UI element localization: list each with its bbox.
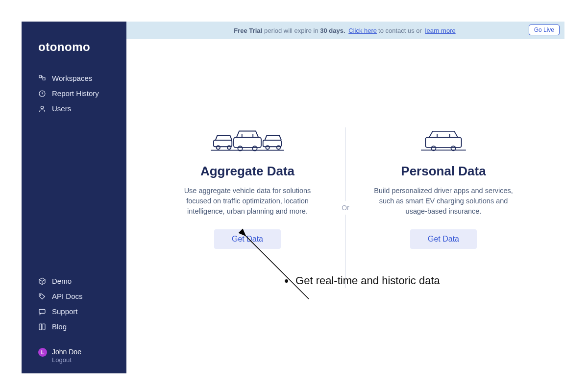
banner-bold: Free Trial: [234, 27, 262, 34]
card-title: Personal Data: [370, 164, 517, 179]
banner-learn-more-link[interactable]: learn more: [425, 27, 456, 34]
sidebar-item-users[interactable]: Users: [22, 101, 126, 116]
sidebar-item-report-history[interactable]: Report History: [22, 86, 126, 101]
sidebar-item-label: Workspaces: [52, 74, 92, 82]
sidebar-item-support[interactable]: Support: [22, 304, 126, 319]
sidebar: otonomo Workspaces Report History Users: [22, 22, 126, 373]
cube-icon: [38, 277, 46, 285]
svg-rect-1: [43, 77, 45, 80]
divider-line: [345, 127, 346, 201]
sidebar-item-demo[interactable]: Demo: [22, 273, 126, 289]
tag-icon: [38, 293, 46, 300]
card-aggregate: Aggregate Data Use aggregate vehicle dat…: [164, 127, 331, 249]
book-icon: [38, 323, 46, 331]
banner-click-here-link[interactable]: Click here: [348, 27, 377, 34]
sidebar-item-label: Demo: [52, 277, 72, 285]
sidebar-item-label: Users: [52, 104, 71, 113]
banner-text: period will expire in: [264, 27, 318, 34]
sidebar-item-label: Support: [52, 307, 78, 316]
sidebar-item-label: API Docs: [52, 292, 83, 300]
avatar: L: [38, 348, 47, 357]
main-panel: Free Trial period will expire in 30 days…: [126, 22, 564, 373]
workspaces-icon: [38, 74, 46, 82]
logout-link[interactable]: Logout: [52, 356, 81, 364]
get-data-personal-button[interactable]: Get Data: [410, 229, 477, 249]
sidebar-item-workspaces[interactable]: Workspaces: [22, 71, 126, 86]
history-icon: [38, 90, 46, 98]
card-personal: Personal Data Build personalized driver …: [360, 127, 527, 249]
brand-logo: otonomo: [22, 40, 126, 54]
cards-divider: Or: [331, 127, 360, 288]
trial-banner: Free Trial period will expire in 30 days…: [126, 22, 564, 39]
nav-secondary: Demo API Docs Support Blog: [22, 273, 126, 334]
sidebar-item-label: Blog: [52, 322, 67, 331]
car-single-icon: [407, 127, 480, 155]
sidebar-item-label: Report History: [52, 89, 99, 98]
card-title: Aggregate Data: [174, 164, 321, 179]
svg-rect-0: [39, 75, 42, 78]
svg-rect-12: [234, 138, 261, 148]
svg-rect-5: [39, 309, 45, 313]
app-frame: otonomo Workspaces Report History Users: [22, 22, 564, 373]
get-data-aggregate-button[interactable]: Get Data: [214, 229, 281, 249]
card-desc: Build personalized driver apps and servi…: [370, 186, 517, 217]
card-desc: Use aggregate vehicle data for solutions…: [174, 186, 321, 217]
go-live-button[interactable]: Go Live: [529, 24, 560, 35]
cars-multiple-icon: [211, 127, 284, 155]
svg-point-3: [41, 106, 43, 108]
svg-rect-18: [425, 138, 461, 147]
banner-days: 30 days.: [320, 27, 345, 34]
nav-primary: Workspaces Report History Users: [22, 71, 126, 116]
sidebar-item-api-docs[interactable]: API Docs: [22, 289, 126, 304]
user-block: L John Doe Logout: [22, 343, 126, 364]
divider-line: [345, 215, 346, 288]
svg-point-4: [40, 294, 41, 295]
user-name: John Doe: [52, 348, 81, 356]
sidebar-item-blog[interactable]: Blog: [22, 319, 126, 334]
cards-row: Aggregate Data Use aggregate vehicle dat…: [126, 127, 564, 288]
users-icon: [38, 105, 46, 113]
chat-icon: [38, 308, 46, 316]
banner-text2: to contact us or: [378, 27, 422, 34]
or-label: Or: [342, 204, 349, 212]
